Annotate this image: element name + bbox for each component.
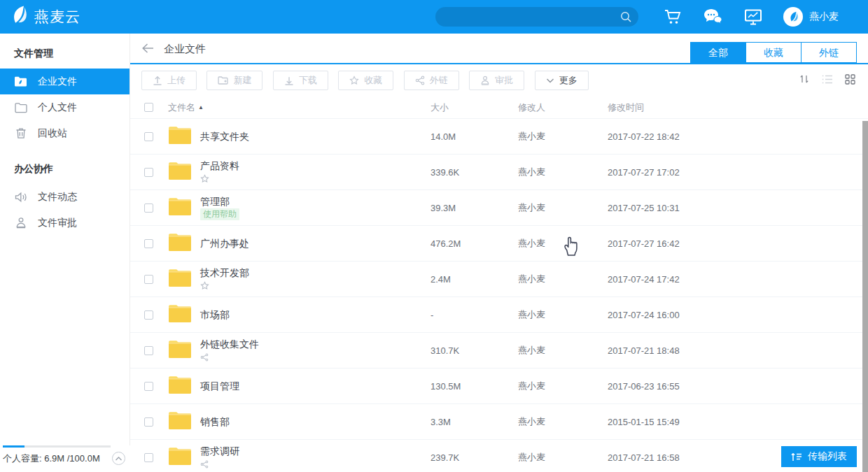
grid-view-icon[interactable] — [845, 74, 855, 85]
file-size: 2.4M — [430, 274, 518, 285]
more-button[interactable]: 更多 — [535, 71, 589, 90]
share-icon — [415, 76, 425, 85]
transfer-list-icon — [791, 452, 802, 462]
file-time: 2017-07-25 10:31 — [608, 203, 868, 213]
column-time: 修改时间 — [608, 101, 868, 114]
file-size: 3.3M — [430, 417, 518, 427]
select-all-checkbox[interactable] — [144, 103, 153, 112]
file-modifier: 燕小麦 — [518, 130, 608, 143]
sidebar-item-file-approval[interactable]: 文件审批 — [0, 210, 130, 236]
sidebar-item-label: 企业文件 — [38, 76, 77, 88]
row-checkbox[interactable] — [144, 310, 153, 320]
brand-name: 燕麦云 — [34, 7, 80, 27]
table-row[interactable]: 广州办事处 476.2M 燕小麦 2017-07-27 16:42 — [130, 226, 868, 262]
file-size: 39.3M — [430, 203, 518, 213]
row-checkbox[interactable] — [144, 203, 153, 213]
table-row[interactable]: 管理部 使用帮助 39.3M 燕小麦 2017-07-25 10:31 — [130, 190, 868, 226]
file-time: 2017-07-22 18:42 — [608, 131, 868, 142]
trash-icon — [14, 127, 27, 139]
folder-icon — [168, 161, 200, 183]
sidebar-item-file-activity[interactable]: 文件动态 — [0, 184, 130, 210]
tab-external-links[interactable]: 外链 — [801, 42, 857, 63]
table-row[interactable]: 共享文件夹 14.0M 燕小麦 2017-07-22 18:42 — [130, 119, 868, 155]
back-icon[interactable] — [141, 43, 155, 57]
row-checkbox[interactable] — [144, 346, 153, 355]
user-name[interactable]: 燕小麦 — [809, 10, 839, 23]
capacity-bar — [3, 445, 111, 448]
column-modifier: 修改人 — [518, 101, 608, 114]
sidebar-item-label: 文件审批 — [38, 217, 77, 229]
table-row[interactable]: 销售部 3.3M 燕小麦 2015-01-15 15:49 — [130, 404, 868, 440]
file-name[interactable]: 共享文件夹 — [200, 130, 430, 143]
sidebar-section-file-management: 文件管理 — [0, 34, 130, 69]
file-name[interactable]: 需求调研 — [200, 445, 430, 457]
monitor-icon[interactable] — [743, 8, 762, 26]
file-size: 130.5M — [430, 381, 518, 392]
chevron-down-icon — [546, 76, 554, 85]
star-icon — [349, 76, 359, 85]
table-row[interactable]: 项目管理 130.5M 燕小麦 2017-06-23 16:55 — [130, 369, 868, 404]
table-row[interactable]: 技术开发部 2.4M 燕小麦 2017-07-24 17:42 — [130, 262, 868, 297]
new-folder-button[interactable]: 新建 — [206, 71, 262, 90]
help-tag: 使用帮助 — [200, 208, 239, 220]
table-row[interactable]: 外链收集文件 310.7K 燕小麦 2017-07-21 18:48 — [130, 333, 868, 369]
table-row[interactable]: 产品资料 339.6K 燕小麦 2017-07-27 17:02 — [130, 155, 868, 190]
row-checkbox[interactable] — [144, 417, 153, 427]
file-name[interactable]: 外链收集文件 — [200, 338, 430, 350]
file-name[interactable]: 管理部 — [200, 195, 430, 208]
top-header: 燕麦云 — [0, 0, 868, 34]
table-row[interactable]: 市场部 - 燕小麦 2017-07-24 16:00 — [130, 297, 868, 333]
row-checkbox[interactable] — [144, 239, 153, 248]
sidebar-item-label: 个人文件 — [38, 101, 77, 114]
cart-icon[interactable] — [664, 8, 682, 26]
star-badge-icon — [200, 281, 209, 290]
sort-asc-caret: ▲ — [198, 105, 204, 110]
search-icon[interactable] — [620, 10, 632, 26]
avatar[interactable] — [783, 7, 803, 27]
person-icon — [14, 217, 27, 229]
sidebar-section-office-collab: 办公协作 — [0, 146, 130, 184]
file-name[interactable]: 销售部 — [200, 415, 430, 428]
external-link-button[interactable]: 外链 — [404, 71, 459, 90]
star-badge-icon — [200, 174, 209, 183]
folder-icon — [168, 375, 200, 397]
download-button[interactable]: 下载 — [273, 71, 328, 90]
row-checkbox[interactable] — [144, 382, 153, 391]
file-size: 14.0M — [430, 131, 518, 142]
sidebar-item-recycle-bin[interactable]: 回收站 — [0, 120, 130, 146]
sidebar-item-personal-files[interactable]: 个人文件 — [0, 94, 130, 120]
upload-button[interactable]: 上传 — [141, 71, 197, 90]
sort-order-icon[interactable] — [799, 73, 810, 85]
header-actions: 燕小麦 — [643, 0, 868, 34]
chat-icon[interactable] — [704, 8, 722, 26]
vertical-scrollbar[interactable] — [862, 121, 868, 472]
file-name[interactable]: 市场部 — [200, 308, 430, 321]
approve-button[interactable]: 审批 — [469, 71, 524, 90]
row-checkbox[interactable] — [144, 132, 153, 141]
row-checkbox[interactable] — [144, 453, 153, 462]
upload-icon — [153, 76, 162, 85]
page-title: 企业文件 — [164, 43, 206, 56]
share-badge-icon — [200, 353, 209, 362]
brand-logo[interactable]: 燕麦云 — [10, 5, 80, 29]
global-search — [435, 7, 638, 27]
file-name[interactable]: 技术开发部 — [200, 266, 430, 279]
transfer-list-button[interactable]: 传输列表 — [781, 446, 857, 467]
file-name[interactable]: 广州办事处 — [200, 237, 430, 250]
file-time: 2017-07-27 17:02 — [608, 167, 868, 178]
row-checkbox[interactable] — [144, 275, 153, 284]
row-checkbox[interactable] — [144, 168, 153, 177]
file-name[interactable]: 项目管理 — [200, 380, 430, 392]
file-modifier: 燕小麦 — [518, 237, 608, 250]
tab-favorites[interactable]: 收藏 — [746, 42, 802, 63]
search-input[interactable] — [435, 7, 638, 27]
collapse-up-icon[interactable] — [112, 452, 125, 465]
sidebar: 文件管理 企业文件 个人文件 回收站 办公协作 — [0, 34, 130, 472]
favorite-button[interactable]: 收藏 — [338, 71, 393, 90]
file-name[interactable]: 产品资料 — [200, 159, 430, 172]
sidebar-item-enterprise-files[interactable]: 企业文件 — [0, 69, 130, 94]
column-filename[interactable]: 文件名 ▲ — [168, 101, 430, 114]
tab-all[interactable]: 全部 — [690, 42, 746, 63]
list-view-icon[interactable] — [822, 75, 833, 84]
table-row[interactable]: 需求调研 239.7K 燕小麦 2017-07-21 16:58 — [130, 440, 868, 472]
